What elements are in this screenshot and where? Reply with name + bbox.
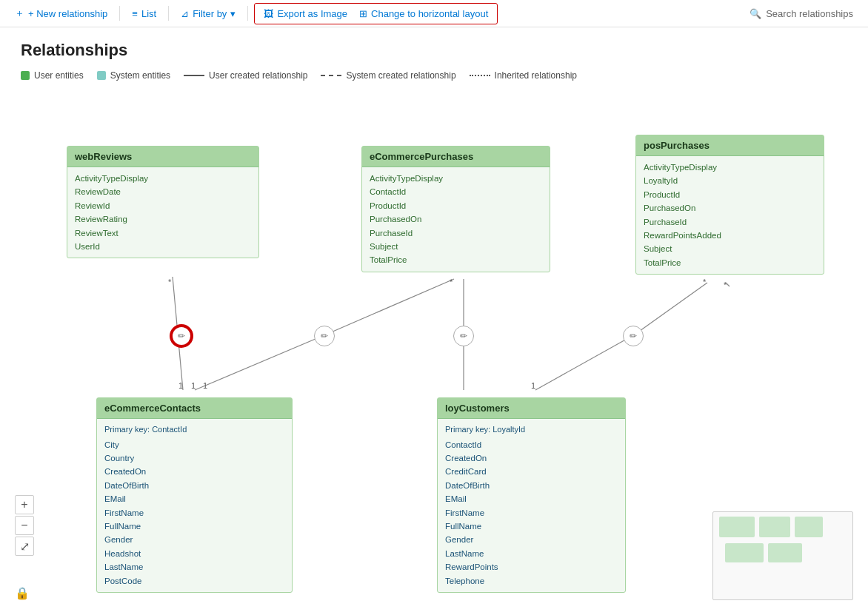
svg-line-4 <box>635 283 707 335</box>
legend-system-created: System created relationship <box>321 70 455 81</box>
field-creditcard: CreditCard <box>445 465 618 478</box>
svg-text:1: 1 <box>531 381 535 390</box>
field-activitytypedisplay: ActivityTypeDisplay <box>75 172 251 185</box>
export-image-label: Export as Image <box>277 8 347 19</box>
plus-icon: ＋ <box>15 7 24 20</box>
entity-ecommercepurchases-title: eCommercePurchases <box>370 151 473 162</box>
edit-circle-1[interactable]: ✏ <box>171 326 192 346</box>
legend-user-entities-icon <box>21 71 30 80</box>
field-createdon2: CreatedOn <box>445 451 618 465</box>
svg-text:*: * <box>724 280 727 289</box>
new-relationship-button[interactable]: ＋ + New relationship <box>9 4 113 23</box>
legend-user-entities: User entities <box>21 70 84 81</box>
entity-webreviews-body: ActivityTypeDisplay ReviewDate ReviewId … <box>67 167 258 258</box>
divider-2 <box>168 6 169 21</box>
field-fullname: FullName <box>104 520 284 533</box>
svg-line-5 <box>535 335 635 390</box>
entity-ecommercecontacts-title: eCommerceContacts <box>104 403 201 414</box>
entity-loycustomers: loyCustomers Primary key: LoyaltyId Cont… <box>437 397 626 593</box>
field-postcode: PostCode <box>104 574 284 588</box>
toolbar: ＋ + New relationship ≡ List ⊿ Filter by … <box>0 0 868 27</box>
edit-icon-4: ✏ <box>630 331 637 341</box>
edit-circle-4[interactable]: ✏ <box>623 326 644 346</box>
field-dateofbirth: DateOfBirth <box>104 479 284 492</box>
search-box[interactable]: 🔍 Search relationships <box>744 5 859 22</box>
svg-line-1 <box>326 279 454 335</box>
minimap-block-4 <box>725 543 764 562</box>
svg-text:*: * <box>703 278 707 286</box>
legend-user-created: User created relationship <box>184 70 307 81</box>
field-createdon: CreatedOn <box>104 465 284 478</box>
field-productid: ProductId <box>370 199 542 212</box>
field-dateofbirth2: DateOfBirth <box>445 479 618 492</box>
svg-line-6 <box>726 283 730 286</box>
divider-1 <box>119 6 120 21</box>
entity-webreviews-title: webReviews <box>75 151 132 162</box>
change-layout-button[interactable]: ⊞ Change to horizontal layout <box>353 5 494 22</box>
field-telephone: Telephone <box>445 574 618 588</box>
field-userid: UserId <box>75 240 251 253</box>
field-fullname2: FullName <box>445 520 618 533</box>
field-gender2: Gender <box>445 533 618 546</box>
list-button[interactable]: ≡ List <box>126 5 162 22</box>
search-label: Search relationships <box>766 8 853 19</box>
minimap <box>712 511 853 600</box>
change-layout-label: Change to horizontal layout <box>371 8 488 19</box>
export-group: 🖼 Export as Image ⊞ Change to horizontal… <box>254 3 498 24</box>
legend: User entities System entities User creat… <box>21 70 577 81</box>
edit-icon-2: ✏ <box>321 331 328 341</box>
main-canvas: Relationships User entities System entit… <box>0 27 868 615</box>
field-primarykey-loyalty: Primary key: LoyaltyId <box>445 423 618 437</box>
entity-ecommercepurchases-header: eCommercePurchases <box>362 147 550 167</box>
field-rewardpoints: RewardPoints <box>445 560 618 574</box>
entity-ecommercepurchases: eCommercePurchases ActivityTypeDisplay C… <box>361 146 550 272</box>
zoom-out-button[interactable]: − <box>15 516 34 535</box>
field-totalprice: TotalPrice <box>370 253 542 266</box>
field-purchaseid2: PurchaseId <box>644 215 816 229</box>
legend-inherited-icon <box>470 75 490 76</box>
export-image-button[interactable]: 🖼 Export as Image <box>258 5 353 22</box>
list-icon: ≡ <box>132 8 138 19</box>
minimap-row-2 <box>713 539 852 564</box>
zoom-fit-button[interactable]: ⤢ <box>15 537 34 556</box>
field-lastname: LastName <box>104 560 284 574</box>
field-firstname2: FirstName <box>445 506 618 520</box>
svg-text:1: 1 <box>191 381 196 390</box>
filter-button[interactable]: ⊿ Filter by ▾ <box>175 5 241 22</box>
lock-icon[interactable]: 🔒 <box>15 586 30 600</box>
image-icon: 🖼 <box>264 8 273 19</box>
edit-circle-2[interactable]: ✏ <box>314 326 335 346</box>
entity-loycustomers-header: loyCustomers <box>438 398 625 419</box>
field-primarykey-contact: Primary key: ContactId <box>104 423 284 437</box>
field-activitytypedisplay3: ActivityTypeDisplay <box>644 161 816 174</box>
legend-system-entities-icon <box>97 71 106 80</box>
entity-pospurchases: posPurchases ActivityTypeDisplay Loyalty… <box>635 135 824 275</box>
entity-loycustomers-body: Primary key: LoyaltyId ContactId Created… <box>438 419 625 592</box>
field-purchasedon2: PurchasedOn <box>644 201 816 215</box>
layout-icon: ⊞ <box>359 8 367 19</box>
field-lastname2: LastName <box>445 547 618 560</box>
field-subject: Subject <box>370 240 542 253</box>
field-subject2: Subject <box>644 242 816 255</box>
minimap-block-2 <box>759 517 790 537</box>
edit-circle-3[interactable]: ✏ <box>453 326 474 346</box>
minimap-block-1 <box>719 517 755 537</box>
filter-icon: ⊿ <box>181 8 189 19</box>
list-label: List <box>141 8 156 19</box>
legend-system-created-icon <box>321 75 341 76</box>
field-reviewrating: ReviewRating <box>75 212 251 226</box>
new-relationship-label: + New relationship <box>28 8 107 19</box>
page-title: Relationships <box>21 41 127 60</box>
field-activitytypedisplay2: ActivityTypeDisplay <box>370 172 542 185</box>
legend-system-created-label: System created relationship <box>346 70 455 81</box>
entity-ecommercecontacts-header: eCommerceContacts <box>97 398 292 419</box>
zoom-in-button[interactable]: + <box>15 495 34 514</box>
field-loyaltyid: LoyaltyId <box>644 174 816 187</box>
svg-text:*: * <box>450 278 453 286</box>
entity-pospurchases-title: posPurchases <box>644 140 710 151</box>
minimap-block-3 <box>795 517 823 537</box>
search-icon: 🔍 <box>750 8 761 19</box>
field-totalprice2: TotalPrice <box>644 256 816 269</box>
entity-ecommercecontacts-body: Primary key: ContactId City Country Crea… <box>97 419 292 592</box>
entity-ecommercecontacts: eCommerceContacts Primary key: ContactId… <box>96 397 293 593</box>
